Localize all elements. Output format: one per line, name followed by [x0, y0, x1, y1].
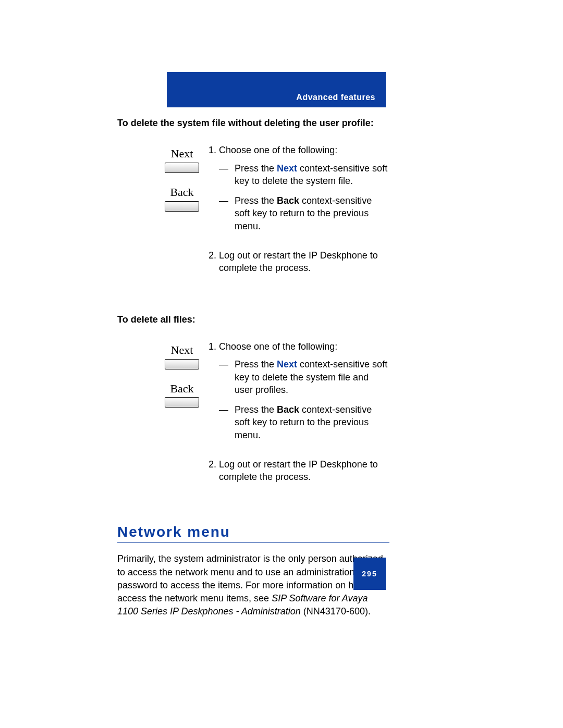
- key-ref: Next: [277, 163, 297, 174]
- procedure-block: Next Back Choose one of the following: P…: [117, 340, 389, 500]
- text: (NN43170-600).: [301, 606, 371, 616]
- softkey-button-icon: [165, 163, 199, 173]
- header-bar: Advanced features: [167, 72, 386, 107]
- page-content: To delete the system file without deleti…: [117, 117, 389, 618]
- step-2: Log out or restart the IP Deskphone to c…: [219, 458, 389, 484]
- procedure-title: To delete all files:: [117, 313, 389, 326]
- step-1: Choose one of the following: Press the N…: [219, 144, 389, 232]
- section-heading: Network menu: [117, 522, 389, 544]
- softkey-back: Back: [158, 381, 206, 408]
- page-number: 295: [353, 558, 386, 590]
- step-intro: Choose one of the following:: [219, 341, 337, 352]
- text: Press the: [235, 359, 277, 369]
- softkey-back-label: Back: [165, 381, 199, 397]
- page-number-value: 295: [362, 570, 377, 578]
- steps-column: Choose one of the following: Press the N…: [206, 340, 389, 500]
- softkey-column: Next Back: [117, 340, 206, 500]
- substep-list: Press the Next context-sensitive soft ke…: [219, 162, 389, 232]
- steps-column: Choose one of the following: Press the N…: [206, 144, 389, 291]
- step-intro: Choose one of the following:: [219, 145, 337, 155]
- key-ref: Back: [277, 195, 299, 206]
- softkey-back-label: Back: [165, 184, 199, 200]
- procedure-title: To delete the system file without deleti…: [117, 117, 389, 129]
- softkey-next-label: Next: [165, 146, 199, 162]
- softkey-button-icon: [165, 397, 199, 408]
- softkey-button-icon: [165, 201, 199, 212]
- substep: Press the Next context-sensitive soft ke…: [219, 358, 389, 396]
- substep: Press the Back context-sensitive soft ke…: [219, 194, 389, 232]
- step-1: Choose one of the following: Press the N…: [219, 340, 389, 441]
- document-page: Advanced features To delete the system f…: [0, 0, 563, 728]
- softkey-next: Next: [158, 146, 206, 173]
- header-section-label: Advanced features: [296, 93, 375, 102]
- text: Press the: [235, 195, 277, 206]
- softkey-next: Next: [158, 342, 206, 369]
- softkey-back: Back: [158, 184, 206, 212]
- ordered-steps: Choose one of the following: Press the N…: [206, 144, 389, 274]
- step-2: Log out or restart the IP Deskphone to c…: [219, 249, 389, 275]
- text: Press the: [235, 163, 277, 174]
- softkey-button-icon: [165, 359, 199, 369]
- procedure-block: Next Back Choose one of the following: P…: [117, 144, 389, 291]
- substep: Press the Back context-sensitive soft ke…: [219, 403, 389, 441]
- section-paragraph: Primarily, the system administrator is t…: [117, 552, 389, 618]
- ordered-steps: Choose one of the following: Press the N…: [206, 340, 389, 484]
- substep-list: Press the Next context-sensitive soft ke…: [219, 358, 389, 441]
- text: Press the: [235, 404, 277, 415]
- key-ref: Back: [277, 404, 299, 415]
- softkey-next-label: Next: [165, 342, 199, 358]
- substep: Press the Next context-sensitive soft ke…: [219, 162, 389, 188]
- text: Log out or restart the IP Deskphone to c…: [219, 250, 378, 273]
- key-ref: Next: [277, 359, 297, 369]
- softkey-column: Next Back: [117, 144, 206, 291]
- text: Log out or restart the IP Deskphone to c…: [219, 459, 378, 482]
